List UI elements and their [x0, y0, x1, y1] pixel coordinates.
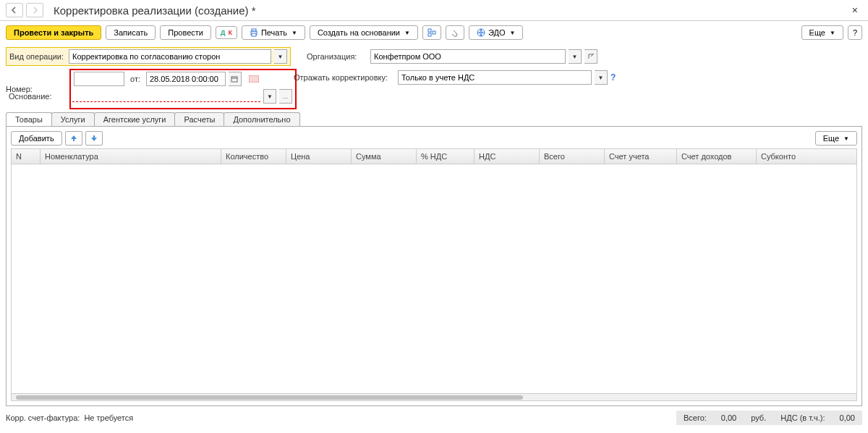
date-field[interactable] — [146, 72, 226, 86]
edo-button[interactable]: ЭДО ▼ — [469, 25, 523, 40]
debit-credit-button[interactable]: ДК — [216, 26, 237, 39]
svg-rect-2 — [252, 33, 256, 36]
svg-rect-4 — [428, 33, 431, 36]
reflect-label: Отражать корректировку: — [294, 73, 395, 82]
col-vat[interactable]: НДС — [475, 149, 540, 164]
scrollbar-thumb[interactable] — [16, 395, 523, 400]
col-total[interactable]: Всего — [540, 149, 605, 164]
date-indicator-icon — [247, 72, 260, 85]
vat-incl-label: НДС (в т.ч.): — [780, 413, 825, 422]
horizontal-scrollbar[interactable] — [12, 393, 856, 400]
total-label: Всего: — [684, 413, 707, 422]
arrow-up-icon — [70, 135, 77, 142]
move-down-button[interactable] — [85, 131, 103, 146]
totals-bar: Всего: 0,00 руб. НДС (в т.ч.): 0,00 — [676, 411, 862, 425]
corr-invoice-value: Не требуется — [84, 413, 133, 422]
structure-icon — [427, 28, 436, 37]
data-grid: N Номенклатура Количество Цена Сумма % Н… — [11, 148, 857, 401]
svg-rect-7 — [231, 77, 237, 82]
org-open-button[interactable] — [584, 49, 597, 64]
tab-calc[interactable]: Расчеты — [174, 112, 224, 126]
move-up-button[interactable] — [65, 131, 82, 146]
corr-invoice-label: Корр. счет-фактура: — [6, 413, 80, 422]
basis-field[interactable] — [72, 91, 260, 102]
number-field[interactable] — [74, 72, 124, 86]
printer-icon — [250, 28, 258, 37]
main-toolbar: Провести и закрыть Записать Провести ДК … — [0, 21, 868, 44]
basis-select-button[interactable]: … — [279, 89, 292, 104]
tab-content: Добавить Еще ▼ N Номенклатура Количество… — [6, 126, 862, 406]
tab-goods[interactable]: Товары — [6, 112, 52, 126]
svg-rect-3 — [428, 29, 431, 32]
op-type-field[interactable] — [69, 49, 271, 64]
help-button[interactable]: ? — [848, 25, 862, 40]
print-button[interactable]: Печать ▼ — [242, 25, 305, 40]
chevron-down-icon: ▼ — [509, 30, 515, 36]
grid-body[interactable] — [12, 164, 856, 393]
reflect-field[interactable] — [398, 70, 592, 85]
grid-toolbar: Добавить Еще ▼ — [11, 131, 857, 146]
calendar-button[interactable] — [229, 72, 242, 86]
post-and-close-button[interactable]: Провести и закрыть — [6, 25, 101, 40]
tab-additional[interactable]: Дополнительно — [224, 112, 299, 126]
basis-label: Основание: — [9, 92, 69, 101]
col-vat-pct[interactable]: % НДС — [417, 149, 475, 164]
grid-more-button[interactable]: Еще ▼ — [815, 131, 857, 146]
op-type-dropdown[interactable]: ▼ — [274, 49, 287, 64]
add-row-button[interactable]: Добавить — [11, 131, 62, 146]
footer: Корр. счет-фактура: Не требуется Всего: … — [0, 406, 868, 429]
window-header: Корректировка реализации (создание) * × — [0, 0, 868, 21]
save-button[interactable]: Записать — [106, 25, 156, 40]
svg-rect-9 — [249, 75, 259, 83]
chevron-down-icon: ▼ — [404, 30, 410, 36]
help-icon[interactable]: ? — [610, 72, 616, 83]
col-subconto[interactable]: Субконто — [757, 149, 856, 164]
op-type-label: Вид операции: — [9, 52, 66, 61]
create-based-button[interactable]: Создать на основании ▼ — [310, 25, 418, 40]
col-sum[interactable]: Сумма — [352, 149, 417, 164]
chevron-down-icon: ▼ — [292, 30, 297, 36]
chevron-down-icon: ▼ — [843, 135, 849, 142]
paperclip-icon — [451, 28, 459, 37]
from-label: от: — [130, 75, 140, 83]
col-nomenclature[interactable]: Номенклатура — [41, 149, 221, 164]
reflect-dropdown[interactable]: ▼ — [595, 70, 608, 85]
tab-services[interactable]: Услуги — [51, 112, 95, 126]
print-label: Печать — [261, 28, 287, 37]
org-field[interactable] — [370, 49, 566, 64]
arrow-down-icon — [90, 135, 98, 142]
grid-more-label: Еще — [823, 134, 839, 143]
org-label: Организация: — [307, 52, 365, 61]
close-button[interactable]: × — [848, 4, 862, 16]
grid-header: N Номенклатура Количество Цена Сумма % Н… — [12, 149, 856, 164]
edo-label: ЭДО — [488, 28, 506, 37]
basis-dropdown[interactable]: ▼ — [263, 89, 276, 104]
tabs: Товары Услуги Агентские услуги Расчеты Д… — [0, 112, 868, 126]
col-price[interactable]: Цена — [286, 149, 352, 164]
calendar-icon — [231, 75, 238, 83]
vat-incl-value: 0,00 — [840, 413, 855, 422]
more-button[interactable]: Еще ▼ — [801, 25, 843, 40]
back-button[interactable] — [6, 3, 23, 17]
col-income-acc[interactable]: Счет доходов — [677, 149, 757, 164]
create-based-label: Создать на основании — [318, 28, 400, 37]
svg-rect-5 — [433, 31, 435, 34]
attach-button[interactable] — [446, 25, 464, 40]
col-qty[interactable]: Количество — [221, 149, 286, 164]
svg-rect-1 — [252, 29, 256, 31]
tab-agent-services[interactable]: Агентские услуги — [94, 112, 176, 126]
forward-button[interactable] — [26, 3, 43, 17]
currency-label: руб. — [751, 413, 766, 422]
form-area: Вид операции: ▼ Организация: ▼ Номер: от… — [0, 47, 868, 109]
post-button[interactable]: Провести — [160, 25, 211, 40]
highlight-box: от: Основание: ▼ … — [69, 69, 297, 109]
more-label: Еще — [809, 28, 825, 37]
structure-button[interactable] — [422, 25, 441, 40]
total-value: 0,00 — [721, 413, 736, 422]
globe-icon — [477, 28, 485, 37]
window-title: Корректировка реализации (создание) * — [54, 4, 848, 17]
chevron-down-icon: ▼ — [830, 30, 835, 36]
org-dropdown[interactable]: ▼ — [569, 49, 582, 64]
col-n[interactable]: N — [12, 149, 41, 164]
col-account[interactable]: Счет учета — [605, 149, 677, 164]
